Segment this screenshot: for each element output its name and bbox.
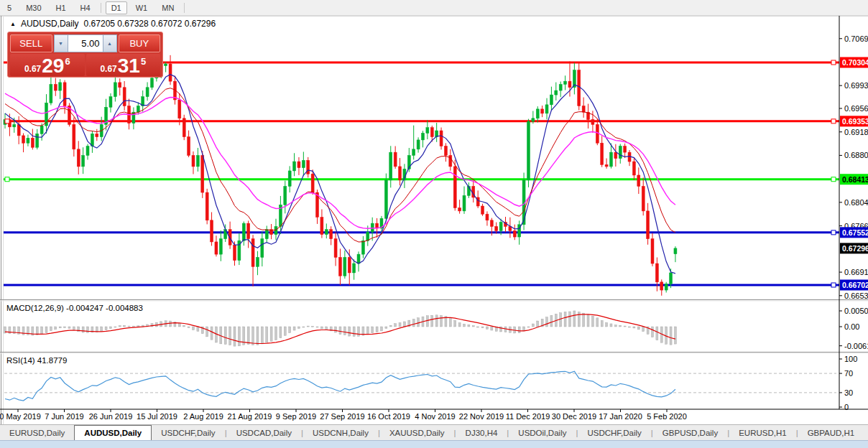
svg-text:2 Aug 2019: 2 Aug 2019 <box>183 412 223 421</box>
svg-text:9 Sep 2019: 9 Sep 2019 <box>276 412 316 421</box>
svg-text:17 Jan 2020: 17 Jan 2020 <box>599 412 642 421</box>
macd-indicator-label: MACD(12,26,9) -0.004247 -0.004883 <box>6 304 143 312</box>
toolbar-separator <box>101 3 101 13</box>
chart-ohlc-values: 0.67205 0.67328 0.67072 0.67296 <box>84 19 216 29</box>
svg-text:27 Sep 2019: 27 Sep 2019 <box>320 412 364 421</box>
svg-text:0.66910: 0.66910 <box>844 268 868 276</box>
svg-text:0.66702: 0.66702 <box>842 281 868 289</box>
svg-text:0.66530: 0.66530 <box>844 291 868 300</box>
sell-price-sup: 6 <box>65 57 70 66</box>
sell-price-prefix: 0.67 <box>24 65 41 73</box>
timeframe-button-h4[interactable]: H4 <box>75 1 96 14</box>
svg-text:16 Oct 2019: 16 Oct 2019 <box>367 412 410 421</box>
chart-tab-bar: EURUSD,DailyAUDUSD,DailyUSDCHF,Daily|USD… <box>0 424 868 441</box>
svg-text:4 Nov 2019: 4 Nov 2019 <box>415 412 455 421</box>
svg-text:0.005076: 0.005076 <box>844 307 868 315</box>
sell-price-big: 29 <box>42 57 64 75</box>
volume-stepper: ▼ 5.00 ▲ <box>54 34 117 52</box>
svg-text:20 May 2019: 20 May 2019 <box>0 412 41 421</box>
timeframe-button-h1[interactable]: H1 <box>50 1 72 14</box>
rsi-indicator-label: RSI(14) 41.8779 <box>6 356 67 365</box>
svg-text:0.69930: 0.69930 <box>844 81 868 90</box>
svg-text:0.67552: 0.67552 <box>842 228 868 237</box>
svg-text:30: 30 <box>844 388 853 397</box>
svg-text:0.70690: 0.70690 <box>844 34 868 43</box>
buy-price-sup: 5 <box>141 57 146 66</box>
tab-gbpaud-h1[interactable]: GBPAUD,H1 <box>798 426 864 441</box>
tab-usdchf-daily[interactable]: USDCHF,Daily <box>578 426 650 441</box>
window-bottom-edge <box>0 440 868 448</box>
svg-text:0.68413: 0.68413 <box>842 175 868 184</box>
volume-increase-icon[interactable]: ▲ <box>103 34 117 52</box>
svg-text:70: 70 <box>844 369 853 378</box>
tab-dj30-h4[interactable]: DJ30,H4 <box>456 426 507 441</box>
chart-title: ▲ AUDUSD,Daily 0.67205 0.67328 0.67072 0… <box>10 19 216 29</box>
svg-text:11 Dec 2019: 11 Dec 2019 <box>506 412 550 421</box>
tab-audusd-daily[interactable]: AUDUSD,Daily <box>74 425 152 441</box>
tab-eurusd-h1[interactable]: EURUSD,H1 <box>729 426 795 441</box>
svg-text:0.68040: 0.68040 <box>844 198 868 207</box>
volume-input[interactable]: 5.00 <box>68 34 103 52</box>
timeframe-button-w1[interactable]: W1 <box>130 1 154 14</box>
tab-scroll-arrows: ◄► <box>864 426 868 441</box>
svg-text:0.00: 0.00 <box>844 322 859 331</box>
tab-usdchf-daily[interactable]: USDCHF,Daily <box>152 426 224 441</box>
tab-xauusd-daily[interactable]: XAUUSD,Daily <box>380 426 454 441</box>
sell-button[interactable]: SELL <box>10 34 52 52</box>
terminal-window: 0.706900.699300.695600.691800.688000.680… <box>0 0 868 448</box>
tab-usdcnh-daily[interactable]: USDCNH,Daily <box>303 426 378 441</box>
svg-text:22 Nov 2019: 22 Nov 2019 <box>459 412 504 421</box>
timeframe-button-d1[interactable]: D1 <box>106 1 127 14</box>
svg-text:0.69560: 0.69560 <box>844 104 868 113</box>
svg-text:26 Jun 2019: 26 Jun 2019 <box>89 412 133 421</box>
svg-text:0: 0 <box>844 403 849 411</box>
timeframe-button-5[interactable]: 5 <box>1 1 17 14</box>
svg-text:-0.006148: -0.006148 <box>844 342 868 350</box>
collapse-arrow-icon[interactable]: ▲ <box>10 21 16 27</box>
buy-price-big: 31 <box>118 57 140 75</box>
buy-price-prefix: 0.67 <box>100 65 116 73</box>
svg-text:5 Feb 2020: 5 Feb 2020 <box>647 412 687 421</box>
tab-usdoil-daily[interactable]: USDOil,Daily <box>509 426 576 441</box>
volume-decrease-icon[interactable]: ▼ <box>54 34 68 52</box>
buy-button[interactable]: BUY <box>119 34 161 52</box>
svg-text:7 Jun 2019: 7 Jun 2019 <box>45 412 83 421</box>
svg-text:21 Aug 2019: 21 Aug 2019 <box>228 412 272 421</box>
sell-price-display[interactable]: 0.67 29 6 <box>10 54 85 76</box>
svg-text:0.70304: 0.70304 <box>842 58 868 67</box>
timeframe-button-mn[interactable]: MN <box>156 1 180 14</box>
timeframe-toolbar: 5M30H1H4D1W1MN <box>0 0 868 16</box>
svg-text:100: 100 <box>844 355 857 363</box>
svg-text:0.68800: 0.68800 <box>844 151 868 159</box>
svg-text:0.67296: 0.67296 <box>842 244 868 253</box>
tab-usdcad-daily[interactable]: USDCAD,Daily <box>227 426 301 441</box>
chart-symbol-label: AUDUSD,Daily <box>21 19 79 29</box>
timeframe-button-m30[interactable]: M30 <box>20 1 47 14</box>
toolbar-separator <box>184 3 185 13</box>
svg-text:0.69353: 0.69353 <box>842 117 868 126</box>
buy-price-display[interactable]: 0.67 31 5 <box>86 54 161 76</box>
tab-eurusd-daily[interactable]: EURUSD,Daily <box>0 426 74 441</box>
svg-text:0.69180: 0.69180 <box>844 128 868 136</box>
svg-text:15 Jul 2019: 15 Jul 2019 <box>137 412 177 421</box>
svg-text:30 Dec 2019: 30 Dec 2019 <box>552 412 596 421</box>
one-click-trading-panel: SELL ▼ 5.00 ▲ BUY 0.67 29 6 0.67 31 5 <box>7 32 163 78</box>
tab-gbpusd-daily[interactable]: GBPUSD,Daily <box>653 426 727 441</box>
